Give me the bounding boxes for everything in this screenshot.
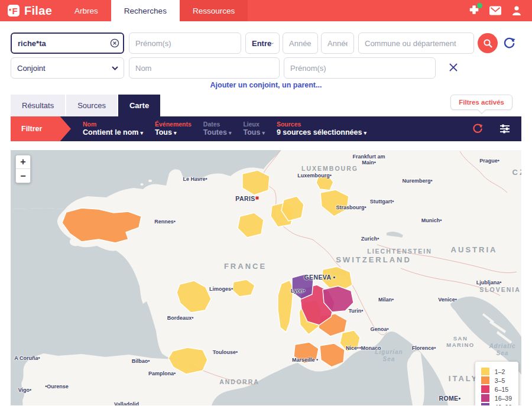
- relative-type-value: Conjoint: [17, 64, 46, 73]
- legend-row: 40–99: [481, 402, 512, 405]
- filter-settings-icon[interactable]: [499, 123, 511, 135]
- filter-dates[interactable]: Dates Toutes▾: [203, 121, 232, 138]
- clear-input-icon[interactable]: [110, 38, 119, 48]
- legend-swatch: [481, 376, 489, 384]
- legend-swatch: [481, 403, 489, 405]
- legend-label: 3–5: [495, 377, 505, 384]
- zoom-out-button[interactable]: −: [16, 169, 30, 183]
- map-region[interactable]: [294, 342, 319, 363]
- legend-label: 16–39: [495, 395, 512, 402]
- place-input[interactable]: [358, 33, 474, 54]
- legend-label: 40–99: [495, 404, 512, 406]
- nav-item-arbres[interactable]: Arbres: [61, 0, 111, 21]
- year-from-input[interactable]: [283, 33, 318, 54]
- legend-row: 3–5: [481, 376, 512, 385]
- legend-label: 1–2: [495, 368, 505, 375]
- year-to-input[interactable]: [321, 33, 354, 54]
- map-legend: 1–23–56–1516–3940–99: [475, 362, 518, 405]
- legend-swatch: [481, 368, 489, 375]
- chevron-down-icon: [271, 41, 274, 46]
- legend-label: 6–15: [495, 386, 508, 393]
- logo-text: Filae: [24, 4, 52, 18]
- legend-swatch: [481, 385, 489, 393]
- chevron-down-icon: [112, 66, 118, 70]
- map-region[interactable]: [168, 347, 207, 374]
- tab-carte[interactable]: Carte: [118, 95, 160, 116]
- filters-active-tooltip: Filtres activés: [450, 95, 512, 110]
- status-dot: [477, 3, 482, 8]
- map-region[interactable]: [232, 280, 255, 297]
- svg-text:F: F: [12, 6, 17, 16]
- relative-type-select[interactable]: Conjoint: [11, 57, 124, 79]
- remove-relative-icon[interactable]: [449, 63, 458, 72]
- map-region[interactable]: [62, 208, 141, 243]
- search-icon: [483, 38, 493, 48]
- messages-icon[interactable]: [488, 4, 502, 18]
- map-region[interactable]: [242, 170, 270, 195]
- filter-button[interactable]: Filtrer: [11, 116, 71, 141]
- account-icon[interactable]: [510, 4, 524, 18]
- filae-logo[interactable]: F Filae: [0, 0, 61, 21]
- map-region[interactable]: [320, 343, 345, 367]
- map-canvas[interactable]: [11, 150, 521, 405]
- add-relative-link[interactable]: Ajouter un conjoint, un parent...: [0, 81, 532, 89]
- nav-item-ressources[interactable]: Ressources: [180, 0, 248, 21]
- legend-row: 16–39: [481, 394, 512, 402]
- filter-sources[interactable]: Sources 9 sources sélectionnées▾: [277, 121, 366, 138]
- filter-places[interactable]: Lieux Tous▾: [243, 121, 264, 138]
- chevron-down-icon: ▾: [140, 130, 143, 136]
- year-operator-select[interactable]: Entre: [245, 33, 280, 54]
- map-region[interactable]: [177, 281, 211, 313]
- refresh-filters-icon[interactable]: [472, 123, 484, 135]
- family-tree-icon[interactable]: [467, 4, 481, 18]
- chevron-down-icon: ▾: [262, 130, 265, 136]
- tab-resultats[interactable]: Résultats: [11, 95, 65, 116]
- filter-events[interactable]: Événements Tous▾: [155, 121, 192, 138]
- tab-sources[interactable]: Sources: [66, 95, 117, 116]
- relative-first-name-input[interactable]: [284, 57, 436, 79]
- map-region[interactable]: [292, 274, 313, 299]
- map-region[interactable]: [316, 176, 333, 190]
- nav-item-recherches[interactable]: Recherches: [111, 0, 180, 21]
- results-tabs: Résultats Sources Carte Filtres activés: [0, 92, 532, 116]
- map-region[interactable]: [278, 280, 293, 332]
- legend-row: 1–2: [481, 367, 512, 376]
- relative-last-name-input[interactable]: [129, 57, 280, 79]
- filter-name[interactable]: Nom Contient le nom▾: [83, 121, 143, 138]
- map-region[interactable]: [320, 190, 349, 216]
- chevron-down-icon: ▾: [174, 130, 177, 136]
- filae-logo-icon: F: [7, 4, 20, 17]
- legend-swatch: [481, 394, 489, 402]
- top-navbar: F Filae Arbres Recherches Ressources: [0, 0, 532, 21]
- filter-bar: Filtrer Nom Contient le nom▾ Événements …: [11, 116, 521, 141]
- choropleth-map[interactable]: Le Havre•Rennes•PARISFrankfurt am Main•L…: [11, 150, 521, 405]
- first-name-input[interactable]: [129, 33, 241, 54]
- map-zoom-control: + −: [15, 155, 31, 183]
- year-operator-value: Entre: [252, 39, 271, 48]
- search-button[interactable]: [478, 33, 498, 53]
- map-region[interactable]: [238, 213, 264, 238]
- chevron-down-icon: ▾: [229, 130, 232, 136]
- legend-row: 6–15: [481, 385, 512, 394]
- last-name-input[interactable]: [11, 33, 124, 54]
- search-form: Entre Conjoint Ajouter un conjoint, un p…: [0, 21, 532, 92]
- zoom-in-button[interactable]: +: [16, 155, 30, 169]
- chevron-down-icon: ▾: [364, 130, 366, 136]
- reset-search-icon[interactable]: [502, 37, 516, 50]
